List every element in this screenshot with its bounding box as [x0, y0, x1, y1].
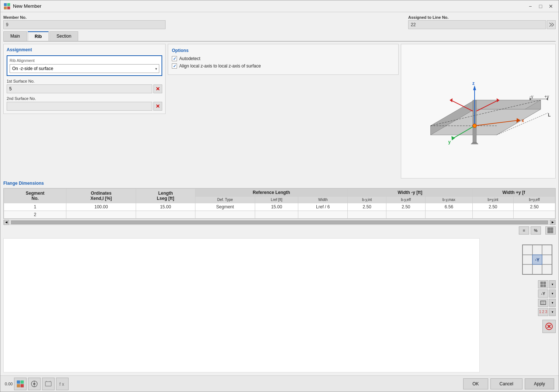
cancel-button[interactable]: Cancel — [490, 378, 522, 389]
assigned-pick-button[interactable] — [547, 20, 556, 29]
window-title: New Member — [13, 3, 525, 9]
right-panel: z x y -y +y — [401, 44, 556, 178]
nav-cube-svg: -Y — [519, 241, 556, 278]
view-ctrl-2: -Y ▾ — [538, 289, 556, 298]
view-icon-4[interactable]: 1 2 3 — [538, 308, 548, 316]
cell-def-type: Segment — [195, 203, 255, 211]
view-icon-2[interactable]: -Y — [538, 289, 548, 298]
col-lref: Lref [ft] — [255, 196, 298, 203]
percent-button[interactable]: % — [531, 226, 541, 235]
tool-btn-4[interactable]: fx — [56, 378, 69, 390]
options-title: Options — [172, 48, 395, 53]
tool-btn-3[interactable] — [42, 378, 55, 390]
coord-group: 0.00 — [5, 378, 13, 390]
equal-button[interactable]: = — [519, 226, 529, 235]
cell-segment-no: 2 — [4, 211, 66, 218]
align-z-row[interactable]: Align local z-axis to local z-axis of su… — [172, 63, 395, 69]
cell-length-empty — [136, 211, 195, 218]
svg-text:f: f — [59, 382, 61, 387]
col-def-type: Def. Type — [195, 196, 255, 203]
assigned-line-group: Assigned to Line No. — [408, 15, 556, 29]
cell-b-neg-int-empty — [348, 211, 386, 218]
surface2-pick-button[interactable]: ✕ — [153, 102, 162, 111]
surface1-input-row: ✕ — [7, 84, 162, 93]
top-fields: Member No. Assigned to Line No. — [3, 15, 556, 29]
col-b-neg-eff: b-y,eff — [386, 196, 426, 203]
autodetect-row[interactable]: Autodetect — [172, 56, 395, 61]
surface2-input[interactable] — [7, 102, 152, 111]
window-controls: − □ ✕ — [525, 3, 556, 10]
svg-rect-48 — [541, 285, 543, 287]
reset-button[interactable] — [542, 320, 556, 333]
ok-button[interactable]: OK — [463, 378, 488, 389]
3d-view-svg: z x y -y +y — [401, 44, 555, 178]
svg-rect-1 — [7, 3, 10, 6]
tool-btn-1[interactable] — [14, 378, 27, 390]
3d-view: z x y -y +y — [401, 44, 556, 178]
svg-rect-2 — [4, 7, 7, 9]
horizontal-scrollbar[interactable]: ◀ ▶ — [3, 220, 556, 225]
cell-b-neg-max: 6.56 — [426, 203, 472, 211]
cell-ordinates: 100.00 — [66, 203, 136, 211]
view-icon-1[interactable] — [538, 280, 548, 288]
autodetect-label: Autodetect — [179, 56, 200, 61]
align-z-checkbox[interactable] — [172, 63, 177, 69]
autodetect-checkbox[interactable] — [172, 56, 177, 61]
apply-button[interactable]: Apply — [525, 378, 554, 389]
cell-b-neg-max-empty — [426, 211, 472, 218]
surface1-pick-icon: ✕ — [156, 86, 160, 92]
nav-cube-area: -Y — [519, 241, 556, 278]
surface2-pick-icon: ✕ — [156, 103, 160, 109]
table-extra-button[interactable] — [545, 226, 556, 235]
col-ordinates: OrdinatesXend,I [%] — [66, 188, 136, 203]
svg-rect-38 — [551, 230, 553, 233]
main-content: Assignment Rib Alignment On -z-side of s… — [3, 44, 556, 178]
tabs-area: Main Rib Section — [3, 31, 556, 42]
coord-value: 0.00 — [5, 382, 13, 386]
cell-length: 15.00 — [136, 203, 195, 211]
cell-b-pos-int-empty — [472, 211, 514, 218]
scroll-right[interactable]: ▶ — [550, 220, 555, 225]
svg-rect-64 — [45, 382, 51, 386]
scrollbar-thumb[interactable] — [11, 221, 548, 224]
surface1-pick-button[interactable]: ✕ — [153, 84, 162, 93]
table-row: 1 100.00 15.00 Segment 15.00 Lref / 6 2.… — [4, 203, 555, 211]
scroll-left[interactable]: ◀ — [4, 220, 9, 225]
close-button[interactable]: ✕ — [546, 3, 556, 10]
svg-rect-37 — [548, 230, 550, 233]
svg-rect-3 — [7, 7, 10, 9]
tab-main[interactable]: Main — [3, 31, 27, 41]
rib-alignment-dropdown[interactable]: On -z-side of surface On +z-side of surf… — [10, 64, 159, 73]
tool-btn-2[interactable] — [28, 378, 41, 390]
view-dropdown-4[interactable]: ▾ — [549, 308, 556, 316]
assigned-label: Assigned to Line No. — [408, 15, 556, 20]
svg-text:x: x — [62, 382, 64, 387]
maximize-button[interactable]: □ — [536, 3, 545, 10]
tab-section[interactable]: Section — [49, 31, 78, 41]
flange-table-body: 1 100.00 15.00 Segment 15.00 Lref / 6 2.… — [4, 203, 555, 218]
surface2-field: 2nd Surface No. ✕ — [7, 96, 162, 111]
svg-rect-47 — [544, 282, 546, 284]
col-width-neg-y-group: Width -y [ft] — [348, 188, 472, 196]
view-dropdown-2[interactable]: ▾ — [549, 289, 556, 298]
options-section: Options Autodetect Align local z-axis to… — [168, 44, 399, 75]
flange-table-wrapper[interactable]: SegmentNo. OrdinatesXend,I [%] LengthLse… — [3, 188, 556, 219]
view-dropdown-3[interactable]: ▾ — [549, 299, 556, 307]
minimize-button[interactable]: − — [525, 3, 535, 10]
view-icon-3[interactable] — [538, 299, 548, 307]
bottom-toolbar: 0.00 fx — [5, 378, 461, 390]
content-area: Member No. Assigned to Line No. Main Rib… — [0, 12, 559, 375]
assigned-line-input[interactable] — [408, 20, 546, 29]
middle-group — [168, 15, 406, 29]
svg-rect-49 — [544, 285, 546, 287]
surface1-input[interactable] — [7, 84, 152, 93]
member-no-input[interactable] — [3, 20, 166, 29]
col-b-neg-int: b-y,int — [348, 196, 386, 203]
svg-text:z: z — [472, 81, 475, 86]
col-b-pos-eff: b+y,eff — [514, 196, 555, 203]
view-dropdown-1[interactable]: ▾ — [549, 280, 556, 288]
assignment-box: Rib Alignment On -z-side of surface On +… — [7, 55, 162, 76]
cell-def-type-empty — [195, 211, 255, 218]
tab-rib[interactable]: Rib — [28, 31, 49, 41]
col-width: Width — [298, 196, 348, 203]
